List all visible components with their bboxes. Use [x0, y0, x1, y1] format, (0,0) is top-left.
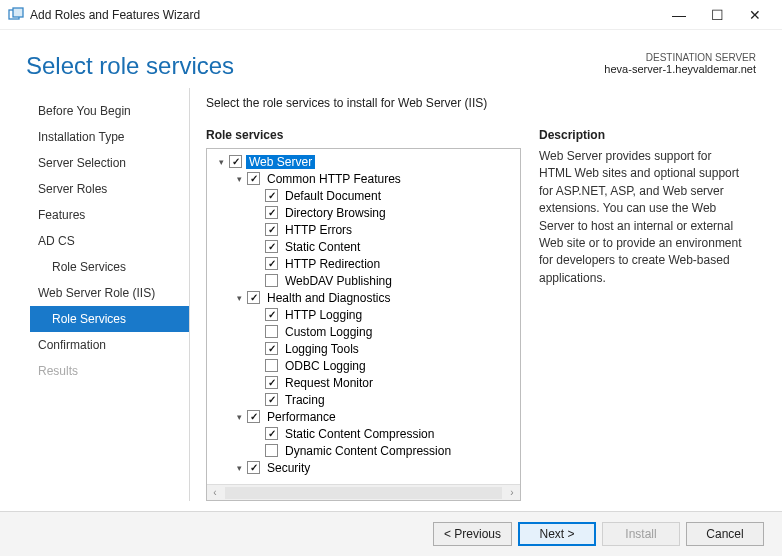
- checkbox[interactable]: [265, 257, 278, 270]
- description-pane: Description Web Server provides support …: [539, 128, 744, 501]
- scroll-right-icon[interactable]: ›: [504, 487, 520, 498]
- checkbox[interactable]: [229, 155, 242, 168]
- tree-node[interactable]: Static Content: [209, 238, 518, 255]
- expander-spacer: [251, 428, 263, 440]
- cancel-button[interactable]: Cancel: [686, 522, 764, 546]
- description-text: Web Server provides support for HTML Web…: [539, 148, 744, 287]
- svg-rect-1: [13, 8, 23, 17]
- checkbox[interactable]: [265, 223, 278, 236]
- collapse-icon[interactable]: ▾: [233, 462, 245, 474]
- tree-node-label[interactable]: Common HTTP Features: [264, 172, 404, 186]
- expander-spacer: [251, 224, 263, 236]
- tree-node-label[interactable]: Security: [264, 461, 313, 475]
- checkbox[interactable]: [247, 410, 260, 423]
- collapse-icon[interactable]: ▾: [215, 156, 227, 168]
- checkbox[interactable]: [247, 172, 260, 185]
- tree-node[interactable]: Tracing: [209, 391, 518, 408]
- tree-node[interactable]: Directory Browsing: [209, 204, 518, 221]
- role-services-tree[interactable]: ▾Web Server▾Common HTTP FeaturesDefault …: [206, 148, 521, 501]
- tree-node-label[interactable]: Dynamic Content Compression: [282, 444, 454, 458]
- expander-spacer: [251, 343, 263, 355]
- checkbox[interactable]: [265, 308, 278, 321]
- tree-node[interactable]: Logging Tools: [209, 340, 518, 357]
- role-services-heading: Role services: [206, 128, 521, 142]
- tree-node[interactable]: HTTP Logging: [209, 306, 518, 323]
- checkbox[interactable]: [265, 359, 278, 372]
- expander-spacer: [251, 309, 263, 321]
- wizard-step[interactable]: Features: [30, 202, 189, 228]
- expander-spacer: [251, 258, 263, 270]
- tree-node-label[interactable]: Default Document: [282, 189, 384, 203]
- scroll-track[interactable]: [225, 487, 502, 499]
- tree-node[interactable]: Request Monitor: [209, 374, 518, 391]
- tree-node[interactable]: Static Content Compression: [209, 425, 518, 442]
- tree-node[interactable]: ▾Security: [209, 459, 518, 476]
- tree-node-label[interactable]: Web Server: [246, 155, 315, 169]
- wizard-step: Results: [30, 358, 189, 384]
- tree-node-label[interactable]: WebDAV Publishing: [282, 274, 395, 288]
- tree-node[interactable]: ▾Performance: [209, 408, 518, 425]
- tree-node[interactable]: WebDAV Publishing: [209, 272, 518, 289]
- tree-node-label[interactable]: Logging Tools: [282, 342, 362, 356]
- checkbox[interactable]: [265, 206, 278, 219]
- tree-node-label[interactable]: Static Content: [282, 240, 363, 254]
- wizard-step[interactable]: Web Server Role (IIS): [30, 280, 189, 306]
- tree-node[interactable]: ▾Health and Diagnostics: [209, 289, 518, 306]
- checkbox[interactable]: [265, 325, 278, 338]
- wizard-step[interactable]: AD CS: [30, 228, 189, 254]
- main-pane: Select the role services to install for …: [190, 88, 760, 501]
- checkbox[interactable]: [265, 444, 278, 457]
- wizard-step[interactable]: Role Services: [30, 306, 189, 332]
- tree-node[interactable]: Custom Logging: [209, 323, 518, 340]
- wizard-step[interactable]: Confirmation: [30, 332, 189, 358]
- wizard-step[interactable]: Server Selection: [30, 150, 189, 176]
- tree-node-label[interactable]: ODBC Logging: [282, 359, 369, 373]
- tree-node[interactable]: Default Document: [209, 187, 518, 204]
- tree-node-label[interactable]: HTTP Errors: [282, 223, 355, 237]
- tree-node[interactable]: ▾Common HTTP Features: [209, 170, 518, 187]
- tree-node-label[interactable]: Health and Diagnostics: [264, 291, 393, 305]
- checkbox[interactable]: [247, 291, 260, 304]
- maximize-button[interactable]: ☐: [698, 0, 736, 30]
- wizard-step[interactable]: Role Services: [30, 254, 189, 280]
- tree-node[interactable]: ODBC Logging: [209, 357, 518, 374]
- checkbox[interactable]: [265, 393, 278, 406]
- expander-spacer: [251, 445, 263, 457]
- horizontal-scrollbar[interactable]: ‹ ›: [207, 484, 520, 500]
- close-button[interactable]: ✕: [736, 0, 774, 30]
- wizard-step[interactable]: Installation Type: [30, 124, 189, 150]
- tree-node-label[interactable]: Static Content Compression: [282, 427, 437, 441]
- minimize-button[interactable]: —: [660, 0, 698, 30]
- expander-spacer: [251, 377, 263, 389]
- wizard-step[interactable]: Before You Begin: [30, 98, 189, 124]
- tree-node[interactable]: Dynamic Content Compression: [209, 442, 518, 459]
- destination-server: heva-server-1.heyvaldemar.net: [604, 63, 756, 75]
- tree-node-label[interactable]: Custom Logging: [282, 325, 375, 339]
- tree-node-label[interactable]: Performance: [264, 410, 339, 424]
- checkbox[interactable]: [265, 274, 278, 287]
- wizard-step[interactable]: Server Roles: [30, 176, 189, 202]
- checkbox[interactable]: [265, 240, 278, 253]
- tree-node[interactable]: HTTP Errors: [209, 221, 518, 238]
- checkbox[interactable]: [265, 427, 278, 440]
- previous-button[interactable]: < Previous: [433, 522, 512, 546]
- tree-node-label[interactable]: Request Monitor: [282, 376, 376, 390]
- scroll-left-icon[interactable]: ‹: [207, 487, 223, 498]
- tree-node[interactable]: ▾Web Server: [209, 153, 518, 170]
- collapse-icon[interactable]: ▾: [233, 292, 245, 304]
- checkbox[interactable]: [265, 342, 278, 355]
- instruction-text: Select the role services to install for …: [206, 96, 744, 110]
- tree-node-label[interactable]: Directory Browsing: [282, 206, 389, 220]
- tree-node[interactable]: HTTP Redirection: [209, 255, 518, 272]
- tree-node-label[interactable]: HTTP Redirection: [282, 257, 383, 271]
- checkbox[interactable]: [265, 189, 278, 202]
- install-button[interactable]: Install: [602, 522, 680, 546]
- collapse-icon[interactable]: ▾: [233, 173, 245, 185]
- checkbox[interactable]: [247, 461, 260, 474]
- next-button[interactable]: Next >: [518, 522, 596, 546]
- tree-node-label[interactable]: HTTP Logging: [282, 308, 365, 322]
- expander-spacer: [251, 207, 263, 219]
- checkbox[interactable]: [265, 376, 278, 389]
- collapse-icon[interactable]: ▾: [233, 411, 245, 423]
- tree-node-label[interactable]: Tracing: [282, 393, 328, 407]
